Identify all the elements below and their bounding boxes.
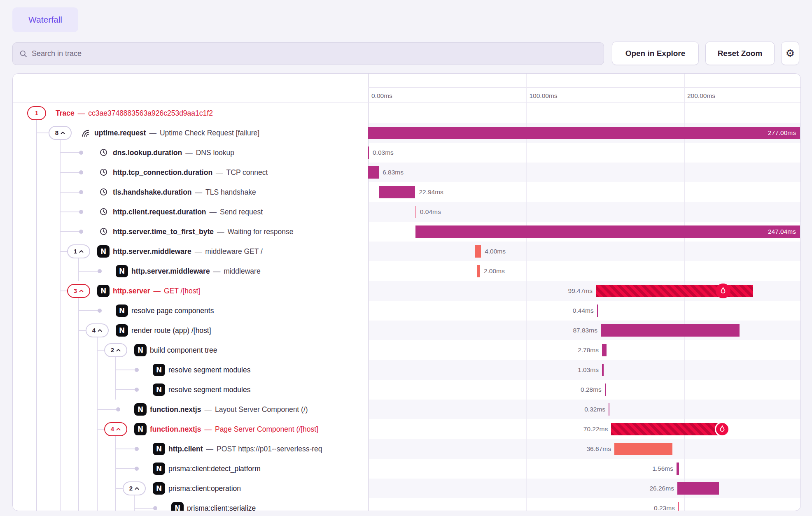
span-tree-cell: http.client.request.duration—Send reques…	[13, 202, 368, 222]
span-row[interactable]: Nhttp.server.middleware—middleware2.00ms	[13, 261, 800, 281]
tree-guide-line	[36, 222, 37, 242]
span-row[interactable]: 1Trace—cc3ae3748883563a926c253d9aa1c1f2	[13, 103, 800, 123]
span-duration-bar[interactable]: 247.04ms	[415, 225, 800, 238]
span-bar-cell: 247.04ms	[368, 222, 800, 242]
span-duration-bar[interactable]	[614, 443, 672, 455]
span-duration-bar[interactable]	[601, 324, 740, 337]
span-row[interactable]: 2Nprisma:client:operation26.26ms	[13, 479, 800, 498]
span-row[interactable]: 3Nhttp.server—GET /[host]99.47ms	[13, 281, 800, 301]
span-row[interactable]: http.client.request.duration—Send reques…	[13, 202, 800, 222]
span-row[interactable]: dns.lookup.duration—DNS lookup0.03ms	[13, 143, 800, 163]
span-description: uptime.request—Uptime Check Request [fai…	[94, 123, 259, 143]
tree-guide-line	[60, 321, 61, 340]
span-bar-cell: 1.03ms	[368, 360, 800, 380]
span-row[interactable]: Nresolve segment modules0.28ms	[13, 380, 800, 400]
span-duration-bar[interactable]	[415, 206, 416, 218]
expand-collapse-pill[interactable]: 3	[67, 284, 90, 298]
settings-button[interactable]: ⚙	[781, 42, 799, 65]
child-count: 8	[55, 129, 58, 136]
tree-guide-line	[78, 400, 79, 419]
span-duration-bar[interactable]	[602, 344, 607, 356]
span-tree-cell: 4Nrender route (app) /[host]	[13, 321, 368, 340]
separator: —	[217, 228, 224, 236]
tree-guide-line	[36, 498, 37, 511]
span-row[interactable]: http.server.time_to_first_byte—Waiting f…	[13, 222, 800, 242]
trace-waterfall-view: Waterfall Search in trace Open in Explor…	[0, 0, 812, 516]
child-count: 4	[92, 327, 96, 334]
timeline-tick-label: 200.00ms	[687, 89, 715, 102]
span-duration-bar[interactable]	[368, 166, 379, 179]
duration-label: 0.28ms	[581, 384, 602, 396]
span-bar-cell: 0.03ms	[368, 143, 800, 163]
span-duration-bar[interactable]	[602, 364, 604, 376]
span-op-name: http.server.middleware	[113, 247, 191, 256]
span-duration-bar[interactable]	[597, 304, 598, 317]
span-row[interactable]: Nresolve segment modules1.03ms	[13, 360, 800, 380]
chevron-up-icon	[79, 289, 84, 293]
span-row[interactable]: Nhttp.client—POST https://p01--serverles…	[13, 439, 800, 459]
span-row[interactable]: tls.handshake.duration—TLS handshake22.9…	[13, 182, 800, 202]
span-op-name: prisma:client:serialize	[187, 504, 256, 511]
tree-guide-line	[60, 360, 61, 380]
span-duration-bar[interactable]	[379, 186, 415, 198]
span-duration-bar[interactable]	[678, 502, 679, 511]
span-tree-cell: tls.handshake.duration—TLS handshake	[13, 182, 368, 202]
reset-zoom-button[interactable]: Reset Zoom	[705, 42, 775, 65]
open-in-explore-button[interactable]: Open in Explore	[612, 42, 699, 65]
duration-label: 1.56ms	[652, 463, 673, 475]
nextjs-icon: N	[97, 285, 110, 297]
span-op-name: build component tree	[150, 346, 217, 354]
span-duration-bar[interactable]	[609, 403, 609, 416]
span-duration-bar[interactable]	[477, 265, 480, 277]
expand-collapse-pill[interactable]: 8	[49, 126, 72, 140]
tree-connector	[79, 310, 100, 311]
flame-icon	[718, 425, 727, 434]
tree-connector	[97, 409, 118, 410]
span-row[interactable]: 2Nbuild component tree2.78ms	[13, 340, 800, 360]
span-op-name: http.tcp_connection.duration	[113, 168, 212, 177]
span-duration-bar[interactable]	[677, 463, 679, 475]
span-duration-bar[interactable]	[611, 423, 722, 435]
tab-waterfall[interactable]: Waterfall	[12, 7, 78, 32]
span-duration-bar[interactable]	[605, 384, 606, 396]
span-bar-cell: 6.83ms	[368, 163, 800, 182]
span-row[interactable]: http.tcp_connection.duration—TCP connect…	[13, 163, 800, 182]
span-detail: Waiting for response	[228, 228, 294, 236]
span-row[interactable]: 8uptime.request—Uptime Check Request [fa…	[13, 123, 800, 143]
span-row[interactable]: Nprisma:client:detect_platform1.56ms	[13, 459, 800, 479]
expand-collapse-pill[interactable]: 4	[86, 323, 109, 337]
span-row[interactable]: Nresolve page components0.44ms	[13, 301, 800, 321]
expand-collapse-pill[interactable]: 1	[27, 106, 46, 120]
clock-icon	[99, 168, 108, 177]
span-row[interactable]: 1Nhttp.server.middleware—middleware GET …	[13, 242, 800, 261]
separator: —	[195, 188, 203, 196]
tree-connector	[116, 488, 123, 489]
span-duration-bar[interactable]	[475, 245, 481, 258]
tree-guide-line	[78, 459, 79, 479]
tree-guide-line	[36, 360, 37, 380]
span-op-name: function.nextjs	[150, 405, 201, 414]
duration-label: 22.94ms	[419, 186, 443, 198]
tree-guide-line	[60, 498, 61, 511]
leaf-dot	[79, 151, 83, 155]
expand-collapse-pill[interactable]: 4	[104, 422, 127, 436]
span-row[interactable]: 4Nrender route (app) /[host]87.83ms	[13, 321, 800, 340]
search-input[interactable]: Search in trace	[12, 42, 604, 65]
tree-guide-line	[97, 498, 98, 511]
separator: —	[153, 287, 161, 295]
span-bar-cell: 1.56ms	[368, 459, 800, 479]
expand-collapse-pill[interactable]: 1	[67, 244, 90, 258]
span-duration-bar[interactable]	[368, 146, 369, 159]
tree-guide-line	[60, 261, 61, 281]
expand-collapse-pill[interactable]: 2	[123, 481, 146, 495]
expand-collapse-pill[interactable]: 2	[104, 343, 127, 357]
span-row[interactable]: Nprisma:client:serialize0.23ms	[13, 498, 800, 511]
tree-guide-line	[36, 163, 37, 182]
span-row[interactable]: 4Nfunction.nextjs—Page Server Component …	[13, 419, 800, 439]
span-duration-bar[interactable]	[677, 482, 719, 495]
tree-timeline-divider[interactable]	[368, 74, 369, 511]
span-duration-bar[interactable]: 277.00ms	[368, 127, 800, 139]
span-description: build component tree	[150, 340, 217, 360]
span-row[interactable]: Nfunction.nextjs—Layout Server Component…	[13, 400, 800, 419]
duration-label: 2.78ms	[578, 344, 599, 356]
